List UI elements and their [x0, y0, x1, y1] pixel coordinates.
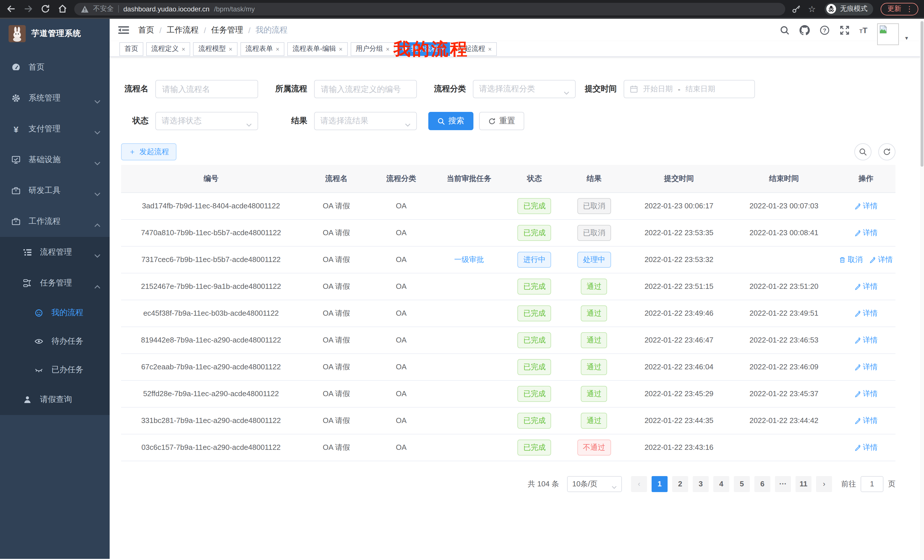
page-button-11[interactable]: 11 — [795, 476, 812, 492]
help-icon[interactable]: ? — [819, 25, 830, 35]
cancel-link[interactable]: 取消 — [839, 254, 862, 265]
sidebar-item-infrastructure[interactable]: 基础设施 — [0, 144, 110, 175]
tab-my-process[interactable]: 我的流程× — [398, 42, 450, 55]
sidebar-item-dev-tools[interactable]: 研发工具 — [0, 175, 110, 206]
tab-start-process[interactable]: 发起流程× — [453, 42, 497, 55]
screen: 不安全 dashboard.yudao.iocoder.cn/bpm/task/… — [0, 0, 924, 560]
gear-icon — [11, 94, 21, 103]
tab-home[interactable]: 首页 — [119, 42, 143, 55]
reset-button[interactable]: 重置 — [479, 112, 524, 130]
search-button[interactable]: 搜索 — [428, 112, 473, 130]
sidebar-item-payment[interactable]: ¥ 支付管理 — [0, 114, 110, 144]
home-icon[interactable] — [57, 3, 68, 14]
page-button-1[interactable]: 1 — [652, 476, 668, 492]
next-page-button[interactable]: › — [816, 476, 832, 492]
sidebar-item-home[interactable]: 首页 — [0, 52, 110, 83]
show-search-button[interactable] — [854, 143, 872, 160]
app-logo[interactable]: 芋道管理系统 — [0, 19, 110, 48]
avatar[interactable] — [877, 23, 899, 45]
detail-link[interactable]: 详情 — [854, 308, 878, 318]
detail-link[interactable]: 详情 — [854, 362, 878, 372]
result-badge: 通过 — [581, 386, 607, 401]
sidebar-item-system[interactable]: 系统管理 — [0, 83, 110, 114]
breadcrumb-workflow[interactable]: 工作流程 — [167, 25, 199, 35]
tab-user-group[interactable]: 用户分组× — [351, 42, 395, 55]
password-key-icon[interactable] — [792, 4, 801, 13]
detail-link[interactable]: 详情 — [854, 415, 878, 425]
page-button-3[interactable]: 3 — [693, 476, 709, 492]
tab-process-form-edit[interactable]: 流程表单-编辑× — [288, 42, 348, 55]
forward-icon[interactable] — [23, 3, 34, 14]
tab-process-form[interactable]: 流程表单× — [240, 42, 285, 55]
edit-pen-icon — [854, 283, 861, 290]
current-task-link[interactable]: 一级审批 — [454, 255, 484, 264]
status-select[interactable]: 请选择状态 — [155, 112, 258, 130]
chevron-down-icon — [612, 482, 617, 485]
chrome-update-button[interactable]: 更新 ⋮ — [880, 3, 918, 15]
text-size-icon[interactable]: TT — [860, 25, 867, 35]
close-icon[interactable]: × — [339, 45, 343, 52]
back-icon[interactable] — [6, 3, 16, 14]
cell-status: 已完成 — [507, 434, 562, 461]
close-icon[interactable]: × — [488, 45, 492, 52]
goto-page-input[interactable] — [861, 476, 884, 492]
hamburger-icon[interactable] — [118, 25, 129, 34]
field-label: 流程分类 — [426, 84, 466, 94]
result-select[interactable]: 请选择流结果 — [314, 112, 417, 130]
page-button-6[interactable]: 6 — [754, 476, 770, 492]
reload-icon[interactable] — [40, 3, 51, 14]
cell-task — [430, 380, 507, 407]
close-icon[interactable]: × — [229, 45, 232, 52]
refresh-button[interactable] — [878, 143, 896, 160]
sidebar-item-todo-tasks[interactable]: 待办任务 — [0, 327, 110, 356]
breadcrumb-task-mgmt[interactable]: 任务管理 — [211, 25, 243, 35]
page-size-select[interactable]: 10条/页 — [567, 476, 622, 492]
avatar-caret-icon[interactable]: ▾ — [905, 35, 908, 41]
detail-link[interactable]: 详情 — [854, 201, 878, 211]
breadcrumb: 首页 / 工作流程 / 任务管理 / 我的流程 — [138, 25, 288, 35]
process-name-input[interactable] — [155, 80, 258, 98]
sidebar-item-label: 支付管理 — [28, 124, 60, 134]
close-icon[interactable]: × — [182, 45, 185, 52]
sidebar-item-process-mgmt[interactable]: 流程管理 — [0, 237, 110, 268]
category-select[interactable]: 请选择流程分类 — [473, 80, 576, 98]
close-icon[interactable]: × — [386, 45, 390, 52]
sidebar-item-leave-query[interactable]: 请假查询 — [0, 384, 110, 415]
detail-link[interactable]: 详情 — [854, 335, 878, 345]
page-button-2[interactable]: 2 — [672, 476, 688, 492]
github-icon[interactable] — [800, 25, 810, 35]
table-tools — [854, 143, 896, 160]
address-bar[interactable]: 不安全 dashboard.yudao.iocoder.cn/bpm/task/… — [74, 3, 785, 15]
close-icon[interactable]: × — [441, 45, 445, 52]
breadcrumb-home[interactable]: 首页 — [138, 25, 154, 35]
scrollbar-thumb[interactable] — [921, 21, 923, 167]
sidebar-item-done-tasks[interactable]: 已办任务 — [0, 356, 110, 384]
page-button-5[interactable]: 5 — [734, 476, 750, 492]
prev-page-button[interactable]: ‹ — [631, 476, 647, 492]
date-range-picker[interactable]: 开始日期 - 结束日期 — [624, 80, 755, 98]
tab-process-definition[interactable]: 流程定义× — [146, 42, 190, 55]
page-button-4[interactable]: 4 — [713, 476, 729, 492]
fullscreen-icon[interactable] — [840, 25, 850, 35]
parent-process-input[interactable] — [314, 80, 417, 98]
bookmark-star-icon[interactable]: ☆ — [808, 4, 817, 13]
detail-link[interactable]: 详情 — [854, 388, 878, 399]
status-badge: 已完成 — [518, 439, 551, 455]
browser-menu-icon[interactable]: ⋮ — [906, 5, 913, 12]
detail-link[interactable]: 详情 — [854, 442, 878, 452]
tab-process-model[interactable]: 流程模型× — [193, 42, 238, 55]
cell-id: 7470a810-7b9b-11ec-b5b7-acde48001122 — [121, 219, 301, 246]
detail-link[interactable]: 详情 — [854, 228, 878, 238]
sidebar-item-workflow[interactable]: 工作流程 — [0, 206, 110, 237]
sidebar-item-task-mgmt[interactable]: 任务管理 — [0, 268, 110, 298]
search-icon[interactable] — [780, 25, 790, 35]
cell-status: 已完成 — [507, 300, 562, 326]
detail-link[interactable]: 详情 — [870, 254, 893, 265]
cell-id: 819442e8-7b9a-11ec-a290-acde48001122 — [121, 326, 301, 353]
sidebar-item-my-process[interactable]: 我的流程 — [0, 298, 110, 327]
more-pages-button[interactable]: ··· — [775, 476, 791, 492]
detail-link[interactable]: 详情 — [854, 281, 878, 291]
start-process-button[interactable]: ＋ 发起流程 — [121, 143, 177, 160]
chevron-down-icon — [246, 119, 252, 123]
close-icon[interactable]: × — [276, 45, 279, 52]
